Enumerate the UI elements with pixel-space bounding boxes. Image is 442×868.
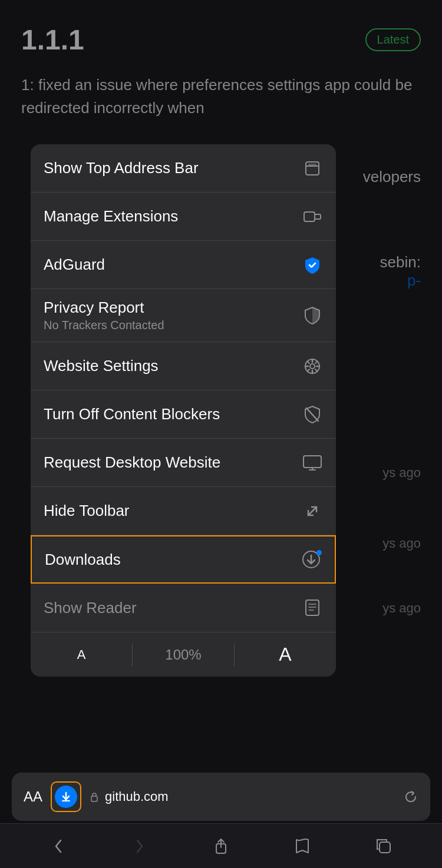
back-button[interactable]	[44, 832, 72, 860]
svg-line-12	[308, 361, 310, 363]
menu-item-turn-off-content-blockers[interactable]: Turn Off Content Blockers	[31, 390, 336, 439]
address-bar-icon	[302, 158, 323, 179]
font-large-a: A	[279, 644, 291, 665]
font-small-a: A	[77, 647, 86, 662]
extensions-icon	[302, 206, 323, 227]
blockers-icon	[302, 404, 323, 425]
svg-rect-2	[308, 164, 316, 165]
font-increase-button[interactable]: A	[235, 632, 336, 677]
bookmarks-button[interactable]	[288, 832, 316, 860]
reader-icon	[302, 597, 323, 618]
svg-line-20	[308, 507, 316, 515]
url-text: github.com	[105, 789, 169, 804]
menu-item-downloads[interactable]: Downloads	[31, 535, 336, 584]
privacy-icon	[302, 305, 323, 326]
menu-item-request-desktop-website[interactable]: Request Desktop Website	[31, 439, 336, 487]
svg-rect-32	[380, 842, 390, 853]
adguard-icon	[302, 254, 323, 276]
download-circle	[55, 786, 77, 808]
desktop-icon	[302, 452, 323, 473]
svg-line-13	[315, 369, 318, 372]
svg-line-16	[306, 408, 318, 421]
tabs-button[interactable]	[370, 832, 398, 860]
svg-rect-17	[304, 456, 321, 468]
privacy-report-text-group: Privacy Report No Trackers Contacted	[44, 299, 164, 332]
font-percent-value: 100%	[165, 647, 201, 663]
svg-point-7	[310, 364, 315, 369]
show-reader-label: Show Reader	[44, 599, 137, 617]
svg-rect-29	[91, 796, 97, 801]
bottom-nav	[0, 823, 442, 868]
menu-item-show-reader[interactable]: Show Reader	[31, 584, 336, 632]
font-size-row: A 100% A	[31, 632, 336, 677]
font-decrease-button[interactable]: A	[31, 632, 132, 677]
lock-icon	[90, 791, 99, 802]
hide-toolbar-icon	[302, 501, 323, 522]
svg-line-15	[308, 369, 310, 372]
reload-button[interactable]	[403, 789, 418, 804]
font-percent-display: 100%	[133, 632, 234, 677]
share-button[interactable]	[207, 832, 235, 860]
url-bar[interactable]: github.com	[90, 789, 395, 804]
svg-rect-4	[315, 214, 321, 219]
svg-rect-23	[306, 600, 319, 615]
download-button-highlighted[interactable]	[51, 781, 81, 812]
menu-item-show-top-address-bar[interactable]: Show Top Address Bar	[31, 144, 336, 193]
dropdown-menu: Show Top Address Bar Manage Extensions A…	[31, 144, 336, 677]
menu-item-hide-toolbar[interactable]: Hide Toolbar	[31, 487, 336, 535]
menu-item-adguard[interactable]: AdGuard	[31, 241, 336, 289]
menu-item-website-settings[interactable]: Website Settings	[31, 342, 336, 390]
forward-button[interactable]	[126, 832, 154, 860]
svg-line-14	[315, 361, 318, 363]
aa-button[interactable]: AA	[24, 789, 42, 805]
svg-rect-3	[304, 212, 315, 221]
downloads-icon	[301, 549, 322, 570]
bottom-toolbar: AA github.com	[12, 773, 430, 821]
settings-icon	[302, 356, 323, 377]
menu-item-manage-extensions[interactable]: Manage Extensions	[31, 193, 336, 241]
menu-item-privacy-report[interactable]: Privacy Report No Trackers Contacted	[31, 289, 336, 342]
